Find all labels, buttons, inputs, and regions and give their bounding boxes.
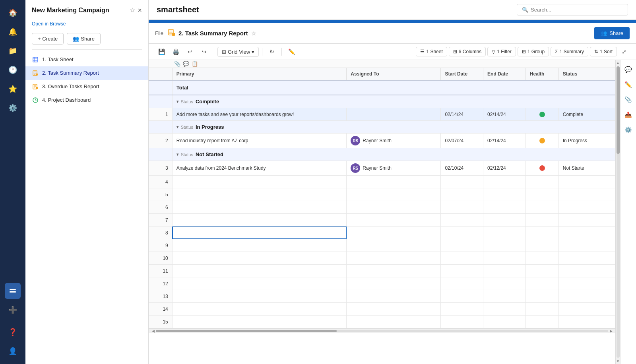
scroll-up-button[interactable]: ▲ bbox=[616, 60, 620, 66]
share-sidebar-button[interactable]: 👥 Share bbox=[67, 33, 101, 45]
table-row[interactable]: 12 bbox=[149, 277, 615, 290]
star-icon[interactable]: ☆ bbox=[251, 30, 256, 37]
share-main-button[interactable]: 👥 Share bbox=[594, 27, 630, 39]
table-row[interactable]: 7 bbox=[149, 214, 615, 227]
col-header-end[interactable]: End Date bbox=[483, 68, 526, 80]
table-row[interactable]: 10 bbox=[149, 252, 615, 265]
home-nav-icon[interactable]: 🏠 bbox=[5, 5, 21, 21]
table-row[interactable]: 3 Analyze data from 2024 Benchmark Study… bbox=[149, 161, 615, 176]
task-1-start[interactable]: 02/14/24 bbox=[441, 108, 483, 121]
sort-chip[interactable]: ⇅ 1 Sort bbox=[590, 47, 617, 56]
sidebar-item-project-dashboard[interactable]: 4. Project Dashboard bbox=[25, 93, 148, 107]
notifications-nav-icon[interactable]: 🔔 bbox=[5, 24, 21, 40]
table-row[interactable]: 2 Read industry report from AZ corp RS R… bbox=[149, 134, 615, 148]
pencil-button[interactable]: ✏️ bbox=[285, 46, 298, 57]
horizontal-scrollbar[interactable]: ◀ ▶ bbox=[149, 328, 615, 333]
columns-chip[interactable]: ⊞ 6 Columns bbox=[449, 47, 486, 56]
group-header-not-started[interactable]: ▾ Status Not Started bbox=[149, 148, 615, 161]
create-button[interactable]: + Create bbox=[32, 33, 64, 45]
export-icon[interactable]: 📤 bbox=[622, 108, 635, 121]
col-header-start[interactable]: Start Date bbox=[441, 68, 483, 80]
task-1-assigned[interactable] bbox=[347, 108, 441, 121]
col-header-health[interactable]: Health bbox=[525, 68, 558, 80]
comment-icon[interactable]: 💬 bbox=[183, 61, 189, 67]
table-row[interactable]: 9 bbox=[149, 239, 615, 252]
scroll-down-button[interactable]: ▼ bbox=[616, 358, 620, 364]
table-row[interactable]: 6 bbox=[149, 201, 615, 214]
redo-button[interactable]: ↪ bbox=[198, 46, 211, 57]
scroll-track[interactable] bbox=[156, 330, 608, 332]
edit-icon[interactable]: ✏️ bbox=[622, 78, 635, 91]
view-selector[interactable]: ⊞ Grid View ▾ bbox=[217, 47, 259, 57]
col-header-assigned[interactable]: Assigned To bbox=[347, 68, 441, 80]
task-1-status[interactable]: Complete bbox=[558, 108, 615, 121]
task-1-end[interactable]: 02/14/24 bbox=[483, 108, 526, 121]
task-3-start[interactable]: 02/10/24 bbox=[441, 161, 483, 176]
table-row[interactable]: 8 bbox=[149, 227, 615, 239]
grid-container[interactable]: 📎 💬 📋 Primary Assigned To Start Date End… bbox=[149, 60, 615, 364]
sidebar-item-task-summary-report[interactable]: 2. Task Summary Report bbox=[25, 66, 148, 80]
table-row[interactable]: 13 bbox=[149, 290, 615, 303]
table-row[interactable]: 5 bbox=[149, 188, 615, 201]
scroll-right-button[interactable]: ▶ bbox=[608, 329, 614, 333]
filter-chip[interactable]: ▽ 1 Filter bbox=[487, 47, 516, 56]
group-chip[interactable]: ⊞ 1 Group bbox=[518, 47, 549, 56]
scroll-left-button[interactable]: ◀ bbox=[150, 329, 156, 333]
task-2-assigned[interactable]: RS Rayner Smith bbox=[347, 134, 441, 148]
add-nav-icon[interactable]: ➕ bbox=[5, 302, 21, 318]
favorite-button[interactable]: ☆ bbox=[130, 6, 135, 14]
group-header-in-progress[interactable]: ▾ Status In Progress bbox=[149, 121, 615, 134]
vert-scroll-thumb[interactable] bbox=[617, 66, 620, 154]
undo-button[interactable]: ↩ bbox=[184, 46, 196, 57]
favorites-nav-icon[interactable]: ⭐ bbox=[5, 81, 21, 97]
table-row[interactable]: 4 bbox=[149, 176, 615, 188]
vert-scroll-track[interactable] bbox=[617, 66, 620, 358]
group-header-complete[interactable]: ▾ Status Complete bbox=[149, 95, 615, 108]
comments-icon[interactable]: 💬 bbox=[622, 63, 635, 76]
task-2-primary[interactable]: Read industry report from AZ corp bbox=[172, 134, 347, 148]
refresh-button[interactable]: ↻ bbox=[266, 46, 278, 57]
vertical-scrollbar[interactable]: ▲ ▼ bbox=[615, 60, 620, 364]
sheet-chip[interactable]: ☰ 1 Sheet bbox=[416, 47, 447, 56]
task-2-start[interactable]: 02/07/24 bbox=[441, 134, 483, 148]
table-row[interactable]: 1 Add more tasks and see your reports/da… bbox=[149, 108, 615, 121]
task-3-status[interactable]: Not Starte bbox=[558, 161, 615, 176]
table-row[interactable]: 15 bbox=[149, 316, 615, 328]
task-2-status[interactable]: In Progress bbox=[558, 134, 615, 148]
print-button[interactable]: 🖨️ bbox=[169, 46, 182, 57]
open-in-browse-link[interactable]: Open in Browse bbox=[25, 21, 148, 30]
recents-nav-icon[interactable]: 🕐 bbox=[5, 62, 21, 78]
task-2-health[interactable] bbox=[525, 134, 558, 148]
task-3-health[interactable] bbox=[525, 161, 558, 176]
search-bar[interactable]: 🔍 bbox=[517, 4, 628, 15]
history-icon[interactable]: 📋 bbox=[192, 61, 198, 67]
close-sidebar-button[interactable]: × bbox=[138, 7, 142, 14]
smartsheet-nav-icon[interactable] bbox=[5, 283, 21, 299]
apps-nav-icon[interactable]: ⚙️ bbox=[5, 100, 21, 116]
file-link[interactable]: File bbox=[155, 30, 163, 36]
summary-chip[interactable]: Σ 1 Summary bbox=[551, 47, 588, 56]
attachments-icon[interactable]: 📎 bbox=[622, 93, 635, 106]
browse-nav-icon[interactable]: 📁 bbox=[5, 43, 21, 59]
settings-icon[interactable]: ⚙️ bbox=[622, 124, 635, 136]
profile-nav-icon[interactable]: 👤 bbox=[5, 343, 21, 359]
task-3-assigned[interactable]: RS Rayner Smith bbox=[347, 161, 441, 176]
attachment-icon[interactable]: 📎 bbox=[174, 61, 180, 67]
task-3-primary[interactable]: Analyze data from 2024 Benchmark Study bbox=[172, 161, 347, 176]
help-nav-icon[interactable]: ❓ bbox=[5, 324, 21, 340]
task-1-primary[interactable]: Add more tasks and see your reports/dash… bbox=[172, 108, 347, 121]
table-row[interactable]: 14 bbox=[149, 303, 615, 316]
expand-button[interactable]: ⤢ bbox=[619, 46, 630, 57]
col-header-status[interactable]: Status bbox=[558, 68, 615, 80]
task-1-health[interactable] bbox=[525, 108, 558, 121]
task-3-end[interactable]: 02/12/24 bbox=[483, 161, 526, 176]
task-2-end[interactable]: 02/14/24 bbox=[483, 134, 526, 148]
active-cell[interactable] bbox=[172, 227, 347, 239]
table-row[interactable]: 11 bbox=[149, 265, 615, 277]
search-input[interactable] bbox=[531, 7, 623, 13]
scroll-thumb[interactable] bbox=[156, 330, 337, 332]
col-header-primary[interactable]: Primary bbox=[172, 68, 347, 80]
sidebar-item-task-sheet[interactable]: 1. Task Sheet bbox=[25, 53, 148, 66]
sidebar-item-overdue-tasks[interactable]: 3. Overdue Tasks Report bbox=[25, 80, 148, 93]
save-button[interactable]: 💾 bbox=[155, 46, 168, 57]
